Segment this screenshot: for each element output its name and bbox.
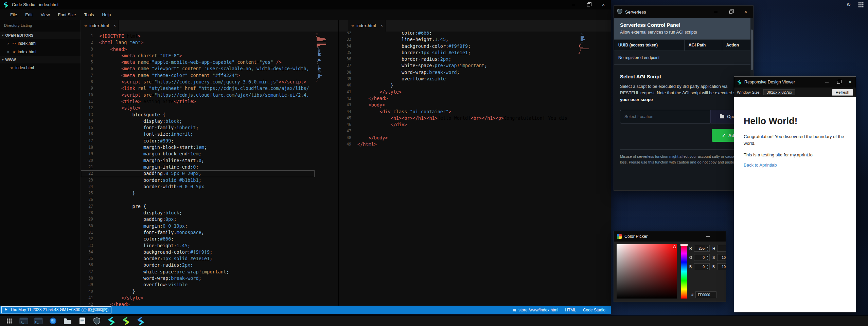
code-line-36: 36 border-radius:2px; <box>339 56 587 62</box>
file-icon: ▤ <box>513 308 516 312</box>
panel-subtitle: Allow external services to run AGI scrip… <box>620 30 747 35</box>
section-title: Select AGI Script <box>620 74 747 79</box>
minimap[interactable] <box>316 34 328 82</box>
value-input[interactable]: 100▲▼ <box>717 263 726 270</box>
serverless-titlebar[interactable]: Serverless × <box>614 6 753 18</box>
code-editor-left[interactable]: 1<!DOCTYPE html>2<html lang="en">3 <head… <box>81 32 338 306</box>
cs-cyan-icon[interactable] <box>107 317 116 325</box>
tab-close-icon[interactable]: × <box>380 23 383 28</box>
window-size-value[interactable]: 361px x 627px <box>763 89 796 95</box>
stepper[interactable]: ▲▼ <box>706 254 709 261</box>
cs-green-icon[interactable] <box>122 317 130 325</box>
close-icon[interactable]: × <box>6 50 10 54</box>
chevron-down-icon: ▾ <box>2 58 4 61</box>
www-folder-header[interactable]: ▾ WWW <box>0 56 81 63</box>
code-line-41: 41 </style> <box>339 89 587 95</box>
close-icon[interactable]: × <box>844 77 856 88</box>
tab-close-icon[interactable]: × <box>113 23 116 28</box>
menu-font-size[interactable]: Font Size <box>54 9 80 20</box>
page-paragraph: This is a testing site for my.aprint.io <box>744 152 846 157</box>
code-line-46: 46 </div> <box>339 121 587 128</box>
tab-index-html[interactable]: index.html × <box>348 20 386 32</box>
refresh-button[interactable]: Refresh <box>832 89 853 96</box>
code-line-7: 7 <meta name="theme-color" content="#ff9… <box>81 72 315 79</box>
code-line-8: 8 <script src="https://code.jquery.com/j… <box>81 79 315 85</box>
terminal-icon[interactable]: >_ <box>19 317 28 325</box>
html-file-icon <box>10 66 13 70</box>
refresh-icon[interactable]: ↻ <box>845 1 852 8</box>
tab-index-html[interactable]: index.html × <box>81 20 119 32</box>
app-grid-icon[interactable] <box>857 1 864 8</box>
color-picker-titlebar[interactable]: Color Picker <box>614 231 726 242</box>
back-to-aprintlab-link[interactable]: Back to Aprintlab <box>744 162 777 168</box>
hue-thumb[interactable] <box>680 244 688 246</box>
saturation-brightness-area[interactable] <box>617 244 677 299</box>
editor-pane-right: index.html × 32 color:#666;33 line-heigh… <box>338 20 611 306</box>
code-editor-right[interactable]: 32 color:#666;33 line-height:1.45;34 bac… <box>339 32 611 306</box>
code-line-29: 29 padding:8px; <box>81 216 315 223</box>
value-input[interactable]: 0▲▼ <box>694 254 710 261</box>
stepper[interactable]: ▲▼ <box>706 245 709 251</box>
open-editors-header[interactable]: ▾ OPEN EDITORS <box>0 32 81 39</box>
menubar: FileEditViewFont SizeToolsHelp <box>0 9 611 20</box>
hue-slider[interactable] <box>681 244 687 299</box>
value-input[interactable]: 100▲▼ <box>717 254 726 261</box>
color-picker-window: Color Picker R255▲▼G0▲▼B0▲▼ H0▲▼S100▲▼B1… <box>614 231 726 302</box>
statusbar-datetime: ⚑ Thu May 11 2023 21:54:48 GMT+0800 (台北標… <box>1 306 111 313</box>
statusbar-language[interactable]: HTML <box>565 308 576 312</box>
statusbar-filepath[interactable]: ▤ store:/www/index.html <box>513 308 559 312</box>
menu-tools[interactable]: Tools <box>80 9 98 20</box>
minimap[interactable] <box>579 34 591 54</box>
menu-file[interactable]: File <box>6 9 21 20</box>
code-studio-logo-icon <box>3 2 9 8</box>
menu-help[interactable]: Help <box>98 9 115 20</box>
minimize-icon[interactable] <box>566 0 581 9</box>
code-line-43: 43 <body> <box>339 102 587 108</box>
files-icon[interactable] <box>63 317 72 325</box>
table-empty-row: No registered endpoint <box>614 51 753 65</box>
code-line-32: 32 color:#666; <box>81 236 315 242</box>
code-line-26: 26 <box>81 196 315 203</box>
minimize-icon[interactable] <box>701 231 715 242</box>
code-line-1: 1<!DOCTYPE html> <box>81 33 315 39</box>
titlebar[interactable]: Code Studio - index.html × <box>0 0 611 9</box>
code-line-35: 35 border:1px solid #e1e1e1; <box>81 255 315 262</box>
terminal-icon[interactable]: >_ <box>34 317 43 325</box>
html-file-icon <box>13 50 15 54</box>
restore-icon[interactable] <box>723 6 738 18</box>
value-input[interactable]: 0▲▼ <box>717 245 726 252</box>
minimize-icon[interactable] <box>708 6 723 18</box>
close-icon[interactable]: × <box>596 0 611 9</box>
shield-icon[interactable] <box>92 317 101 325</box>
select-location-input[interactable] <box>620 110 710 123</box>
stepper[interactable]: ▲▼ <box>706 264 709 270</box>
code-line-40: 40 } <box>339 82 587 89</box>
minimize-icon[interactable] <box>821 77 833 88</box>
close-icon[interactable]: × <box>738 6 753 18</box>
restore-icon[interactable] <box>833 77 844 88</box>
responsive-viewer-titlebar[interactable]: Responsive Design Viewer × <box>734 77 856 88</box>
hex-input[interactable]: FF0000 <box>695 291 716 298</box>
html-file-icon <box>351 24 354 27</box>
browser-icon[interactable] <box>49 317 57 325</box>
menu-edit[interactable]: Edit <box>21 9 37 20</box>
close-icon[interactable]: × <box>6 41 10 45</box>
page-heading: Hello World! <box>744 116 846 127</box>
open-editor-item[interactable]: ×index.html <box>0 39 81 47</box>
value-input[interactable]: 0▲▼ <box>694 263 710 270</box>
file-tree-item[interactable]: index.html <box>0 63 81 72</box>
open-editor-item[interactable]: ×index.html <box>0 47 81 56</box>
color-field-g: G0▲▼ <box>689 254 710 261</box>
start-grid-icon[interactable] <box>5 317 14 325</box>
code-line-15: 15 font-family:inherit; <box>81 124 315 131</box>
color-cursor[interactable] <box>673 245 676 248</box>
restore-icon[interactable] <box>581 0 596 9</box>
code-line-31: 31 font-family:monospace; <box>81 229 315 236</box>
cs-blue-icon[interactable] <box>136 317 145 325</box>
code-line-2: 2<html lang="en"> <box>81 39 315 46</box>
code-line-6: 6 <meta name="viewport" content="user-sc… <box>81 65 315 72</box>
value-input[interactable]: 255▲▼ <box>694 245 710 252</box>
tab-label: index.html <box>356 23 376 28</box>
text-editor-icon[interactable] <box>78 317 87 325</box>
menu-view[interactable]: View <box>37 9 54 20</box>
